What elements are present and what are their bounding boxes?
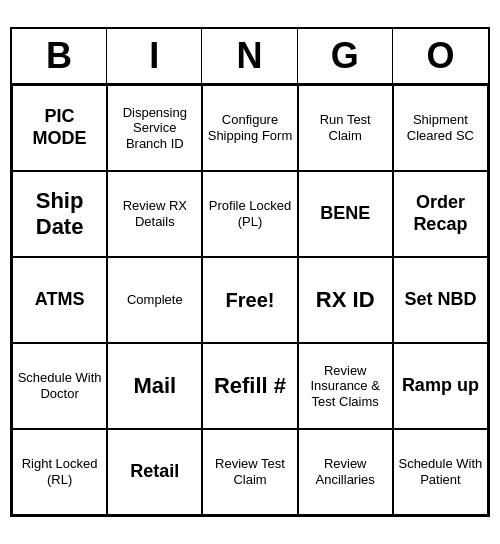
- bingo-cell-24: Schedule With Patient: [393, 429, 488, 515]
- header-letter-b: B: [12, 29, 107, 83]
- bingo-cell-9: Order Recap: [393, 171, 488, 257]
- bingo-header: BINGO: [12, 29, 488, 85]
- bingo-cell-7: Profile Locked (PL): [202, 171, 297, 257]
- bingo-cell-3: Run Test Claim: [298, 85, 393, 171]
- header-letter-i: I: [107, 29, 202, 83]
- bingo-cell-11: Complete: [107, 257, 202, 343]
- bingo-cell-21: Retail: [107, 429, 202, 515]
- bingo-cell-20: Right Locked (RL): [12, 429, 107, 515]
- header-letter-o: O: [393, 29, 488, 83]
- bingo-cell-13: RX ID: [298, 257, 393, 343]
- bingo-cell-19: Ramp up: [393, 343, 488, 429]
- header-letter-g: G: [298, 29, 393, 83]
- bingo-cell-8: BENE: [298, 171, 393, 257]
- header-letter-n: N: [202, 29, 297, 83]
- bingo-card: BINGO PIC MODEDispensing Service Branch …: [10, 27, 490, 517]
- bingo-grid: PIC MODEDispensing Service Branch IDConf…: [12, 85, 488, 515]
- bingo-cell-15: Schedule With Doctor: [12, 343, 107, 429]
- bingo-cell-10: ATMS: [12, 257, 107, 343]
- bingo-cell-18: Review Insurance & Test Claims: [298, 343, 393, 429]
- bingo-cell-14: Set NBD: [393, 257, 488, 343]
- bingo-cell-23: Review Ancillaries: [298, 429, 393, 515]
- bingo-cell-22: Review Test Claim: [202, 429, 297, 515]
- bingo-cell-0: PIC MODE: [12, 85, 107, 171]
- bingo-cell-4: Shipment Cleared SC: [393, 85, 488, 171]
- bingo-cell-5: Ship Date: [12, 171, 107, 257]
- bingo-cell-17: Refill #: [202, 343, 297, 429]
- bingo-cell-16: Mail: [107, 343, 202, 429]
- bingo-cell-2: Configure Shipping Form: [202, 85, 297, 171]
- bingo-cell-12: Free!: [202, 257, 297, 343]
- bingo-cell-6: Review RX Details: [107, 171, 202, 257]
- bingo-cell-1: Dispensing Service Branch ID: [107, 85, 202, 171]
